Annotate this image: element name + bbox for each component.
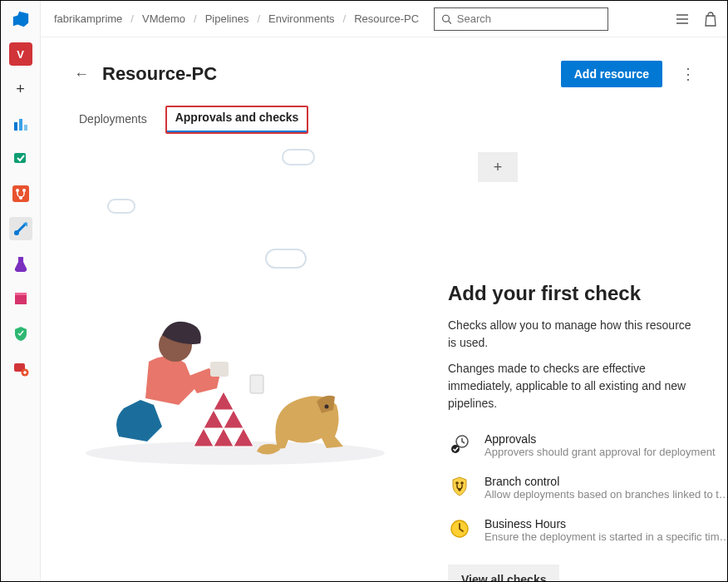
svg-rect-0 <box>14 122 17 131</box>
svg-point-26 <box>460 481 464 485</box>
approvals-icon <box>448 432 471 456</box>
svg-point-22 <box>325 405 329 409</box>
svg-point-15 <box>676 14 678 16</box>
svg-point-24 <box>451 445 460 453</box>
svg-rect-20 <box>210 362 229 377</box>
search-input[interactable] <box>457 12 601 25</box>
svg-point-5 <box>16 189 19 192</box>
check-item-approvals[interactable]: Approvals Approvers should grant approva… <box>448 432 701 458</box>
svg-rect-2 <box>24 125 27 131</box>
check-title: Business Hours <box>485 517 727 530</box>
nav-workitems-icon[interactable] <box>9 147 32 170</box>
svg-point-13 <box>443 15 450 22</box>
tab-approvals-and-checks[interactable]: Approvals and checks <box>165 106 309 134</box>
azure-devops-logo-icon[interactable] <box>9 7 32 31</box>
svg-rect-10 <box>15 293 27 295</box>
more-actions-icon[interactable]: ⋮ <box>676 62 701 86</box>
empty-state-heading: Add your first check <box>448 282 701 305</box>
svg-rect-1 <box>19 119 22 131</box>
tabs: Deployments Approvals and checks <box>77 106 701 134</box>
svg-point-17 <box>676 22 678 24</box>
cloud-icon <box>107 199 135 214</box>
add-icon[interactable]: + <box>9 77 32 101</box>
check-subtitle: Approvers should grant approval for depl… <box>485 446 716 458</box>
add-resource-button[interactable]: Add resource <box>561 61 662 87</box>
nav-boards-icon[interactable] <box>9 112 32 136</box>
checks-column: + Add your first check Checks allow you … <box>448 149 701 581</box>
nav-deploy-icon[interactable] <box>9 357 32 380</box>
breadcrumb: fabrikamprime/ VMdemo/ Pipelines/ Enviro… <box>54 12 419 25</box>
check-subtitle: Allow deployments based on branches link… <box>485 488 727 501</box>
check-title: Branch control <box>485 475 727 488</box>
breadcrumb-item[interactable]: fabrikamprime <box>54 12 122 25</box>
svg-rect-9 <box>15 295 27 304</box>
empty-state-text: Checks allow you to manage how this reso… <box>448 317 701 352</box>
title-row: ← Resource-PC Add resource ⋮ <box>74 61 701 87</box>
check-title: Approvals <box>485 432 716 446</box>
nav-repos-icon[interactable] <box>9 182 32 205</box>
breadcrumb-item[interactable]: Pipelines <box>205 12 249 25</box>
back-arrow-icon[interactable]: ← <box>74 66 89 83</box>
settings-list-icon[interactable] <box>676 12 691 27</box>
cloud-icon <box>282 149 315 165</box>
top-bar: fabrikamprime/ VMdemo/ Pipelines/ Enviro… <box>41 1 727 37</box>
svg-point-25 <box>455 481 459 485</box>
page-content: ← Resource-PC Add resource ⋮ Deployments… <box>41 37 727 581</box>
add-check-button[interactable]: + <box>478 152 518 182</box>
search-icon <box>441 13 452 25</box>
empty-state-illustration <box>69 229 418 478</box>
breadcrumb-item[interactable]: Environments <box>268 12 334 25</box>
empty-state-text: Changes made to checks are effective imm… <box>448 360 701 412</box>
illustration-column <box>74 149 423 581</box>
check-subtitle: Ensure the deployment is started in a sp… <box>485 530 727 543</box>
nav-artifacts-icon[interactable] <box>9 287 32 310</box>
nav-testplans-icon[interactable] <box>9 252 32 275</box>
view-all-checks-button[interactable]: View all checks <box>448 565 559 581</box>
svg-point-16 <box>676 18 678 20</box>
svg-point-8 <box>14 230 19 235</box>
check-item-branch-control[interactable]: Branch control Allow deployments based o… <box>448 475 701 501</box>
breadcrumb-item[interactable]: Resource-PC <box>354 12 419 25</box>
svg-point-6 <box>22 189 26 192</box>
project-avatar[interactable]: V <box>9 42 32 66</box>
tab-deployments[interactable]: Deployments <box>77 106 149 134</box>
check-item-business-hours[interactable]: Business Hours Ensure the deployment is … <box>448 517 701 543</box>
nav-pipelines-icon[interactable] <box>9 217 32 240</box>
search-box[interactable] <box>434 7 608 31</box>
breadcrumb-item[interactable]: VMdemo <box>142 12 185 25</box>
left-nav: V + <box>1 1 41 581</box>
branch-control-icon <box>448 475 471 498</box>
svg-line-14 <box>449 21 451 23</box>
page-title: Resource-PC <box>102 63 217 85</box>
svg-rect-21 <box>250 375 263 393</box>
business-hours-icon <box>448 517 471 540</box>
check-suggestions: Approvals Approvers should grant approva… <box>448 432 701 543</box>
shopping-bag-icon[interactable] <box>704 12 717 27</box>
nav-security-icon[interactable] <box>9 322 32 345</box>
